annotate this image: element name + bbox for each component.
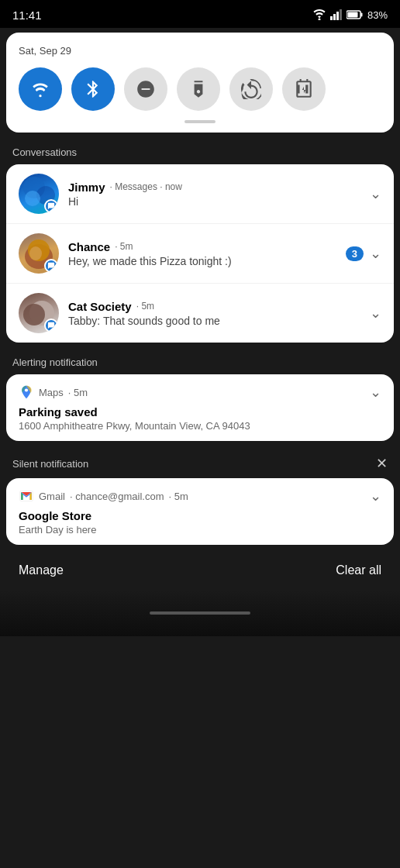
expand-cat[interactable]: ⌄ [370,305,381,322]
battery-icon [347,10,364,19]
quick-settings-panel: Sat, Sep 29 [6,33,394,133]
gmail-icon [19,488,34,504]
expand-gmail[interactable]: ⌄ [370,487,381,505]
svg-point-15 [23,304,45,326]
alerting-header: Alerting notification [0,349,400,374]
conv-text-cat-society: Tabby: That sounds good to me [68,315,364,327]
conv-name-jimmy: Jimmy [68,181,105,194]
conversations-header: Conversations [0,139,400,164]
conv-name-cat-society: Cat Society [68,300,132,313]
silent-card: Gmail · chance@gmail.com · 5m ⌄ Google S… [6,478,394,545]
maps-app-name: Maps [39,387,64,398]
rotation-tile[interactable] [229,67,273,111]
battery-saver-tile[interactable] [282,67,326,111]
svg-rect-7 [347,12,357,18]
wifi-icon [312,9,326,20]
conversations-card: Jimmy · Messages · now Hi ⌄ [6,164,394,343]
bottom-bar: Manage Clear all [0,551,400,590]
svg-rect-6 [360,13,362,17]
clear-all-button[interactable]: Clear all [336,563,381,577]
expand-jimmy[interactable]: ⌄ [370,185,381,202]
gmail-app-info: Gmail · chance@gmail.com · 5m [19,488,188,504]
gmail-time: · 5m [169,491,188,502]
unread-count-chance: 3 [346,246,364,261]
status-icons: 83% [312,9,388,21]
maps-icon [19,384,34,400]
messages-badge-chance [44,259,58,273]
close-silent-button[interactable]: ✕ [376,455,388,472]
conv-meta-jimmy: · Messages · now [110,181,182,192]
conv-meta-chance: · 5m [115,241,133,252]
conversations-label: Conversations [12,146,77,158]
maps-text: 1600 Amphitheatre Pkwy, Mountain View, C… [19,420,381,432]
conv-actions-chance: 3 ⌄ [346,245,381,262]
status-bar: 11:41 83% [0,0,400,28]
avatar-chance [19,233,59,274]
status-time: 11:41 [12,9,42,22]
gmail-text: Earth Day is here [19,524,381,536]
conv-name-chance: Chance [68,240,110,253]
battery-percent: 83% [367,9,388,21]
expand-maps[interactable]: ⌄ [370,384,381,401]
bottom-overlay [0,590,400,636]
dnd-tile[interactable] [124,67,167,111]
svg-rect-4 [340,9,342,20]
svg-point-17 [25,388,28,391]
manage-button[interactable]: Manage [19,563,64,577]
conv-meta-cat-society: · 5m [136,301,154,312]
flashlight-tile[interactable] [177,67,220,111]
silent-label: Silent notification [12,458,88,470]
svg-rect-1 [330,16,333,20]
conv-item-cat-society[interactable]: Cat Society · 5m Tabby: That sounds good… [6,284,394,343]
conv-content-cat-society: Cat Society · 5m Tabby: That sounds good… [68,300,364,327]
maps-title: Parking saved [19,405,381,418]
maps-app-info: Maps · 5m [19,384,88,400]
conv-item-jimmy[interactable]: Jimmy · Messages · now Hi ⌄ [6,164,394,224]
alerting-label: Alerting notification [12,356,98,368]
signal-icon [330,9,343,20]
gmail-app-name: Gmail [39,491,65,502]
conv-content-chance: Chance · 5m Hey, we made this Pizza toni… [68,240,340,267]
gmail-email: · chance@gmail.com [70,491,164,502]
home-indicator[interactable] [150,611,250,615]
conv-content-jimmy: Jimmy · Messages · now Hi [68,181,364,208]
messages-badge-jimmy [44,199,58,213]
svg-point-10 [25,191,40,206]
gmail-notification[interactable]: Gmail · chance@gmail.com · 5m ⌄ Google S… [6,478,394,545]
silent-header: Silent notification ✕ [0,447,400,478]
svg-point-0 [318,19,320,21]
conv-actions-cat: ⌄ [370,305,381,322]
date-label: Sat, Sep 29 [19,45,381,57]
svg-rect-2 [333,14,336,20]
conv-actions-jimmy: ⌄ [370,185,381,202]
maps-time: · 5m [68,387,88,398]
quick-tiles [19,67,381,111]
avatar-cat-society [19,293,59,333]
alerting-card: Maps · 5m ⌄ Parking saved 1600 Amphithea… [6,374,394,441]
maps-notification[interactable]: Maps · 5m ⌄ Parking saved 1600 Amphithea… [6,374,394,441]
conv-text-chance: Hey, we made this Pizza tonight :) [68,255,340,267]
messages-badge-cat [44,319,58,332]
gmail-title: Google Store [19,509,381,522]
svg-rect-3 [336,12,339,20]
svg-point-13 [29,246,42,260]
avatar-jimmy [19,174,59,214]
expand-chance[interactable]: ⌄ [370,245,381,262]
drag-handle [184,120,216,123]
bluetooth-tile[interactable] [71,67,115,111]
conv-item-chance[interactable]: Chance · 5m Hey, we made this Pizza toni… [6,224,394,284]
conv-text-jimmy: Hi [68,195,364,208]
wifi-tile[interactable] [19,67,62,111]
